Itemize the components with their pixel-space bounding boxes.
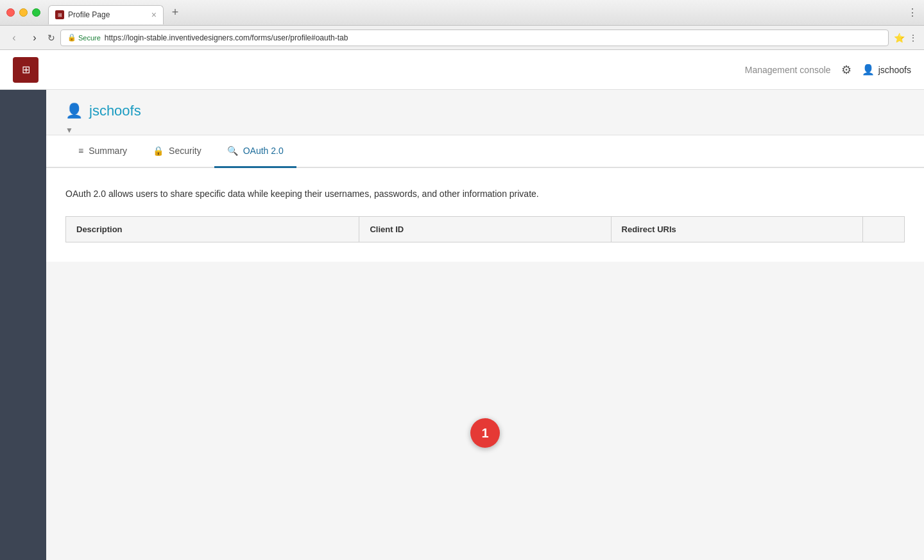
back-button[interactable]: ‹ — [6, 32, 22, 44]
close-window-button[interactable] — [6, 8, 15, 17]
page-title: jschoofs — [89, 103, 141, 119]
badge-number: 1 — [470, 418, 500, 448]
user-icon: 👤 — [65, 103, 83, 119]
user-header: 👤 jschoofs ▼ — [46, 90, 924, 135]
top-navbar: ⊞ Management console ⚙ 👤 jschoofs — [0, 50, 924, 90]
app-logo: ⊞ — [13, 57, 38, 83]
lock-icon: 🔒 — [67, 33, 76, 42]
column-header-client-id: Client ID — [359, 217, 611, 242]
tab-oauth-label: OAuth 2.0 — [243, 146, 284, 156]
tab-title: Profile Page — [68, 10, 110, 19]
user-section: 👤 jschoofs — [862, 64, 911, 76]
url-display: https://login-stable.inventivedesigners.… — [105, 33, 348, 42]
column-header-description: Description — [66, 217, 359, 242]
browser-window: ⊞ Profile Page × + ⋮ ‹ › ↻ 🔒 Secure http… — [0, 0, 924, 560]
table-header: Description Client ID Redirect URIs — [66, 217, 905, 242]
dropdown-arrow-icon: ▼ — [65, 126, 905, 135]
table-header-row: Description Client ID Redirect URIs — [66, 217, 905, 242]
tab-security-label: Security — [169, 146, 201, 156]
tabs-container: ≡ Summary 🔒 Security 🔍 OAuth 2.0 — [46, 135, 924, 168]
user-header-inner: 👤 jschoofs — [65, 103, 905, 124]
navbar-right: Management console ⚙ 👤 jschoofs — [745, 63, 911, 77]
traffic-lights — [6, 8, 40, 17]
management-console-link[interactable]: Management console — [745, 65, 831, 75]
app-container: ⊞ Management console ⚙ 👤 jschoofs 👤 — [0, 50, 924, 560]
oauth-table: Description Client ID Redirect URIs — [65, 216, 905, 242]
new-tab-button[interactable]: + — [166, 4, 184, 22]
address-actions: ⭐ ⋮ — [894, 33, 918, 43]
tab-summary-label: Summary — [89, 146, 127, 156]
page-body: 👤 jschoofs ▼ ≡ Summary 🔒 Security — [0, 90, 924, 560]
navbar-username: jschoofs — [878, 65, 911, 75]
tab-bar: ⊞ Profile Page × + — [48, 0, 907, 25]
address-input[interactable]: 🔒 Secure https://login-stable.inventived… — [60, 30, 889, 46]
sidebar — [0, 90, 46, 560]
menu-icon[interactable]: ⋮ — [909, 33, 918, 43]
reload-button[interactable]: ↻ — [47, 33, 55, 43]
minimize-window-button[interactable] — [19, 8, 28, 17]
browser-tab[interactable]: ⊞ Profile Page × — [48, 5, 164, 24]
tab-oauth[interactable]: 🔍 OAuth 2.0 — [214, 135, 296, 168]
content-area: OAuth 2.0 allows users to share specific… — [46, 168, 924, 262]
tab-favicon: ⊞ — [55, 10, 64, 19]
oauth-description: OAuth 2.0 allows users to share specific… — [65, 187, 905, 201]
address-bar: ‹ › ↻ 🔒 Secure https://login-stable.inve… — [0, 26, 924, 50]
user-avatar-icon: 👤 — [862, 64, 875, 76]
tab-summary[interactable]: ≡ Summary — [65, 135, 140, 168]
window-controls: ⋮ — [907, 6, 918, 19]
main-content: 👤 jschoofs ▼ ≡ Summary 🔒 Security — [46, 90, 924, 560]
column-header-redirect-uris: Redirect URIs — [611, 217, 862, 242]
tab-security[interactable]: 🔒 Security — [140, 135, 214, 168]
forward-button[interactable]: › — [27, 32, 42, 44]
maximize-window-button[interactable] — [32, 8, 40, 17]
oauth-icon: 🔍 — [227, 146, 238, 156]
column-header-actions — [862, 217, 904, 242]
security-icon: 🔒 — [153, 146, 164, 156]
bookmark-icon[interactable]: ⭐ — [894, 33, 905, 43]
summary-icon: ≡ — [78, 146, 83, 156]
settings-icon[interactable]: ⚙ — [841, 63, 851, 77]
secure-badge: 🔒 Secure — [67, 33, 101, 42]
secure-label: Secure — [78, 34, 101, 42]
tab-close-button[interactable]: × — [151, 10, 157, 20]
title-bar: ⊞ Profile Page × + ⋮ — [0, 0, 924, 26]
